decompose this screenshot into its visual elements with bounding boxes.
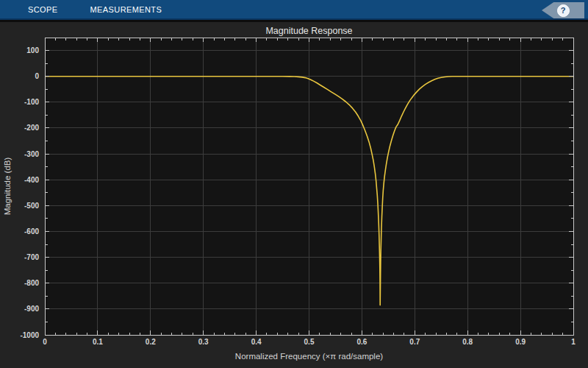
x-tick-label: 0: [43, 338, 47, 346]
x-tick-label: 0.2: [146, 338, 156, 346]
y-tick-label: -600: [24, 227, 39, 236]
x-tick-label: 0.1: [93, 338, 103, 346]
x-tick-label: 0.8: [462, 338, 473, 346]
y-tick-label: -800: [24, 279, 39, 287]
x-tick-label: 0.3: [198, 338, 209, 346]
x-tick-label: 0.6: [356, 338, 367, 346]
y-tick-label: -300: [24, 150, 39, 158]
magnitude-response-plot[interactable]: 00.10.20.30.40.50.60.70.80.911000-100-20…: [0, 0, 588, 368]
help-icon: ?: [557, 4, 570, 17]
x-tick-label: 0.9: [515, 338, 526, 346]
y-tick-label: -400: [24, 176, 39, 184]
chart-title: Magnitude Response: [265, 26, 352, 36]
help-question-mark: ?: [561, 6, 566, 15]
x-tick-label: 0.7: [409, 338, 420, 346]
x-tick-label: 0.4: [251, 338, 262, 346]
y-tick-label: -100: [24, 98, 39, 106]
y-tick-label: -500: [24, 202, 39, 210]
x-axis-label: Normalized Frequency (×π rad/sample): [235, 352, 383, 361]
help-button[interactable]: ?: [542, 2, 584, 18]
tab-measurements[interactable]: MEASUREMENTS: [90, 0, 162, 20]
x-tick-label: 1: [571, 338, 576, 346]
y-tick-label: -1000: [20, 331, 39, 339]
tab-scope[interactable]: SCOPE: [28, 0, 58, 20]
y-tick-label: -900: [24, 305, 39, 313]
y-axis-label: Magnitude (dB): [3, 158, 12, 216]
figure-area: 00.10.20.30.40.50.60.70.80.911000-100-20…: [0, 0, 588, 368]
scope-window: SCOPE MEASUREMENTS ? 00.10.20.30.40.50.6…: [0, 0, 588, 368]
y-tick-label: 100: [26, 46, 39, 54]
y-tick-label: 0: [35, 72, 39, 80]
y-tick-label: -200: [24, 124, 39, 132]
x-tick-label: 0.5: [304, 338, 315, 346]
y-tick-label: -700: [24, 253, 39, 261]
toolbar: SCOPE MEASUREMENTS ?: [0, 0, 588, 22]
